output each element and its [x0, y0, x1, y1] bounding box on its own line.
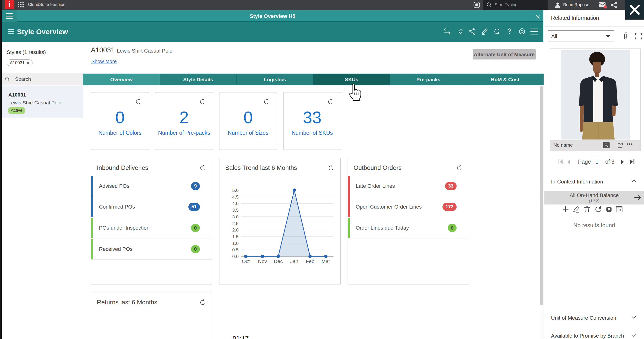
svg-text:Mar: Mar — [322, 259, 330, 264]
svg-text:2.0: 2.0 — [232, 227, 238, 232]
svg-text:Dec: Dec — [274, 259, 282, 264]
svg-text:Nov: Nov — [258, 259, 267, 264]
svg-text:2.5: 2.5 — [232, 221, 238, 226]
svg-text:3.0: 3.0 — [232, 214, 238, 219]
svg-text:4.0: 4.0 — [232, 201, 238, 206]
svg-text:5.0: 5.0 — [232, 188, 238, 193]
svg-text:0.5: 0.5 — [232, 247, 238, 252]
svg-text:Feb: Feb — [306, 259, 314, 264]
svg-text:4.5: 4.5 — [232, 194, 238, 200]
svg-text:Oct: Oct — [242, 259, 250, 264]
svg-text:1.5: 1.5 — [232, 234, 238, 239]
svg-text:3.5: 3.5 — [232, 208, 238, 213]
svg-text:0.0: 0.0 — [232, 254, 238, 259]
svg-text:1.0: 1.0 — [232, 241, 238, 246]
svg-text:Jan: Jan — [290, 259, 298, 264]
